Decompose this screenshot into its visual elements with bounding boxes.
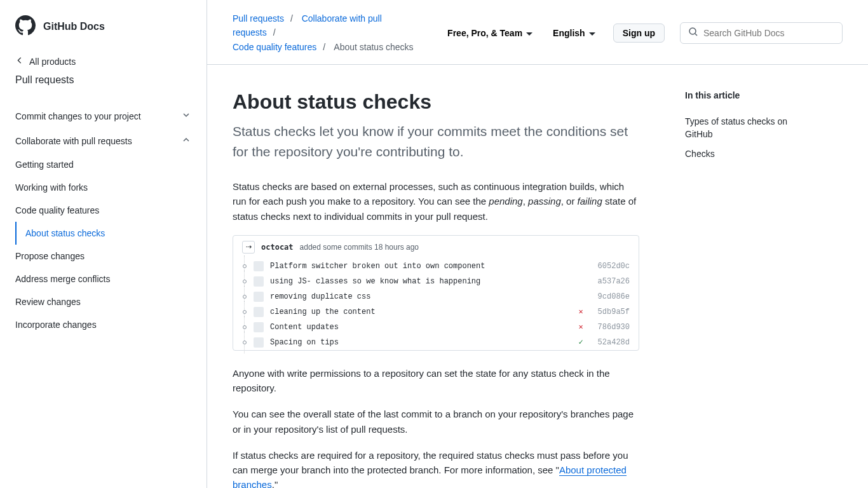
avatar-icon [254,292,264,302]
commit-sha: 52a428d [592,338,630,347]
sidebar-item-commit-changes[interactable]: Commit changes to your project [15,104,191,128]
status-icon: ✕ [576,307,585,316]
timeline-dot-icon [242,308,247,316]
commit-list-figure: ⇢ octocat added some commits 18 hours ag… [233,235,639,351]
plan-label: Free, Pro, & Team [447,28,522,38]
chevron-up-icon [181,135,191,147]
sidebar-item-getting-started[interactable]: Getting started [15,153,191,176]
search-input[interactable] [703,28,834,38]
breadcrumb-code-quality[interactable]: Code quality features [233,42,316,52]
toc-title: In this article [685,90,810,100]
toc-item-checks[interactable]: Checks [685,144,810,165]
sidebar-item-working-forks[interactable]: Working with forks [15,176,191,199]
commit-sha: 9cd086e [592,292,630,301]
commit-row: removing duplicate css9cd086e [233,289,639,304]
commit-message: Content updates [270,323,570,332]
paragraph-overall-state: You can see the overall state of the las… [233,407,639,437]
commit-sha: 786d930 [592,323,630,332]
avatar-icon [254,322,264,332]
article: About status checks Status checks let yo… [207,65,665,488]
plan-dropdown[interactable]: Free, Pro, & Team [445,24,535,42]
topbar: Pull requests/ Collaborate with pull req… [207,0,868,65]
search-icon [688,27,698,39]
section-title[interactable]: Pull requests [15,74,191,86]
sidebar-item-merge-conflicts[interactable]: Address merge conflicts [15,268,191,290]
github-logo-icon [15,15,36,38]
site-logo-row[interactable]: GitHub Docs [15,15,191,38]
page-title: About status checks [233,90,639,114]
avatar-icon [254,261,264,271]
commit-row: cleaning up the content✕5db9a5f [233,304,639,320]
language-dropdown[interactable]: English [550,24,598,42]
sidebar-item-incorporate-changes[interactable]: Incorporate changes [15,313,191,336]
caret-down-icon [526,28,532,38]
status-icon: ✕ [576,322,585,332]
commit-message: Spacing on tips [270,338,570,347]
commit-message: removing duplicate css [270,292,570,301]
commit-sha: a537a26 [592,277,630,286]
avatar-icon [254,307,264,317]
commit-header: ⇢ octocat added some commits 18 hours ag… [233,236,639,259]
commit-row: Content updates✕786d930 [233,320,639,335]
avatar-icon [254,337,264,348]
sidebar-item-about-status-checks[interactable]: About status checks [15,222,191,245]
breadcrumb-pull-requests[interactable]: Pull requests [233,13,284,24]
commit-message: Platform switcher broken out into own co… [270,262,570,271]
signup-button[interactable]: Sign up [613,24,665,43]
commit-sha: 5db9a5f [592,308,630,316]
main: Pull requests/ Collaborate with pull req… [207,0,868,488]
intro-paragraph: Status checks are based on external proc… [233,179,639,224]
breadcrumb-current: About status checks [334,42,413,52]
sidebar-item-label: Collaborate with pull requests [15,136,132,146]
sidebar-item-propose-changes[interactable]: Propose changes [15,245,191,268]
search-box[interactable] [680,22,843,44]
all-products-link[interactable]: All products [15,56,191,67]
site-title: GitHub Docs [43,21,105,32]
sidebar-item-label: Commit changes to your project [15,111,141,121]
avatar-icon [254,276,264,287]
breadcrumb: Pull requests/ Collaborate with pull req… [233,11,430,54]
table-of-contents: In this article Types of status checks o… [665,65,830,488]
timeline-dot-icon [242,292,247,301]
paragraph-required-checks: If status checks are required for a repo… [233,448,639,488]
commit-meta: added some commits 18 hours ago [300,243,419,252]
timeline-dot-icon [242,277,247,286]
sidebar-item-collaborate[interactable]: Collaborate with pull requests [15,128,191,153]
toc-item-types[interactable]: Types of status checks on GitHub [685,112,810,144]
page-subtitle: Status checks let you know if your commi… [233,121,639,161]
sidebar: GitHub Docs All products Pull requests C… [0,0,207,488]
commit-row: using JS- classes so we know what is hap… [233,274,639,289]
chevron-down-icon [181,110,191,122]
timeline-dot-icon [242,323,247,332]
svg-point-0 [689,28,696,34]
status-icon: ✓ [576,337,585,347]
caret-down-icon [589,28,595,38]
commit-message: cleaning up the content [270,308,570,316]
paragraph-permissions: Anyone with write permissions to a repos… [233,366,639,396]
sidebar-item-review-changes[interactable]: Review changes [15,290,191,313]
arrow-left-icon [15,56,24,67]
commit-row: Spacing on tips✓52a428d [233,335,639,350]
commit-message: using JS- classes so we know what is hap… [270,277,570,286]
commit-author: octocat [261,243,294,252]
repo-push-icon: ⇢ [242,241,255,254]
timeline-dot-icon [242,262,247,271]
commit-sha: 6052d0c [592,262,630,271]
language-label: English [553,28,585,38]
timeline-dot-icon [242,338,247,347]
sidebar-item-code-quality[interactable]: Code quality features [15,199,191,222]
all-products-label: All products [29,57,76,67]
commit-row: Platform switcher broken out into own co… [233,259,639,274]
